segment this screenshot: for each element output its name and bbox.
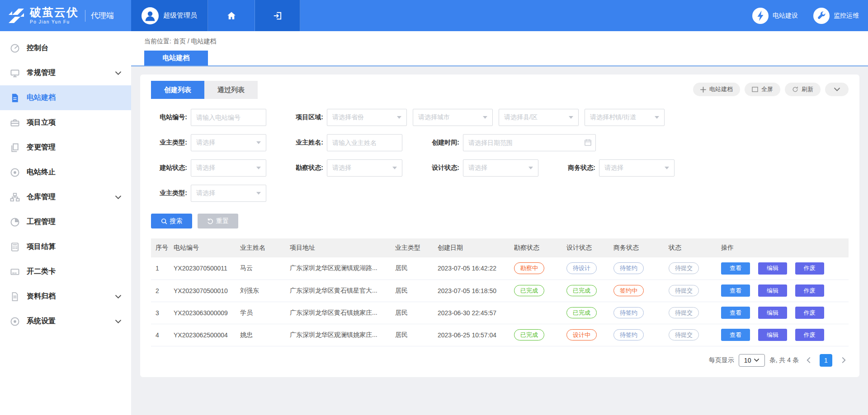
collapse-toolbar-button[interactable]: [825, 83, 849, 96]
business-status-badge: 待签约: [613, 307, 644, 319]
chevron-down-icon: [115, 71, 121, 75]
file-icon: [10, 292, 20, 302]
search-icon: [161, 218, 167, 224]
create-station-button[interactable]: 电站建档: [693, 83, 740, 96]
calculator-icon: [10, 242, 20, 252]
tab-create-list[interactable]: 创建列表: [151, 81, 204, 99]
cell-index: 1: [151, 257, 169, 280]
edit-button[interactable]: 编辑: [758, 307, 787, 319]
module-label: 监控运维: [834, 12, 859, 20]
sidebar-item-project-settlement[interactable]: 项目结算: [0, 234, 131, 259]
void-button[interactable]: 作废: [795, 284, 824, 297]
prev-page-button[interactable]: [803, 354, 813, 367]
build-status-select[interactable]: 请选择: [191, 159, 266, 177]
survey-status-label: 勘察状态:: [287, 164, 323, 172]
page-tab-station-archive[interactable]: 电站建档: [144, 51, 208, 65]
sitemap-icon: [10, 192, 20, 202]
design-status-badge: 已完成: [566, 285, 597, 297]
monitor-icon: [10, 68, 20, 78]
status-badge: 待提交: [669, 285, 699, 297]
module-label: 电站建设: [773, 12, 798, 20]
view-button[interactable]: 查看: [721, 284, 750, 297]
owner-type2-select[interactable]: 请选择: [191, 185, 266, 202]
station-no-input[interactable]: [191, 109, 266, 126]
caret-icon: [256, 167, 261, 169]
view-button[interactable]: 查看: [721, 307, 750, 319]
col-header: 序号: [151, 238, 169, 257]
owner-name-input[interactable]: [327, 134, 402, 151]
fullscreen-button[interactable]: 全屏: [745, 83, 780, 96]
survey-status-select[interactable]: 请选择: [327, 159, 402, 177]
logo-subtitle: Po Jian Yun Fu: [30, 20, 79, 24]
breadcrumb-label: 当前位置:: [144, 37, 171, 45]
table-row: 3 YX2023063000009 学员 广东深圳龙华区黄石镇姚家庄... 居民…: [151, 302, 849, 324]
design-status-select[interactable]: 请选择: [463, 159, 538, 177]
caret-icon: [392, 167, 397, 169]
logo-tag: 代理端: [85, 10, 114, 22]
reset-button[interactable]: 重置: [198, 214, 238, 228]
sidebar-item-console[interactable]: 控制台: [0, 36, 131, 61]
col-header: 创建日期: [433, 238, 509, 257]
view-button[interactable]: 查看: [721, 329, 750, 341]
sidebar-item-project-approval[interactable]: 项目立项: [0, 110, 131, 135]
sidebar-item-label: 电站终止: [27, 168, 56, 177]
business-status-label: 商务状态:: [559, 164, 595, 172]
void-button[interactable]: 作废: [795, 262, 824, 275]
town-select[interactable]: 请选择村镇/街道: [585, 109, 665, 126]
col-header: 操作: [717, 238, 849, 257]
business-status-select[interactable]: 请选择: [599, 159, 675, 177]
per-page-select[interactable]: 10: [739, 354, 765, 367]
module-station-build[interactable]: 电站建设: [752, 8, 798, 24]
owner-type-select[interactable]: 请选择: [191, 134, 266, 151]
home-button[interactable]: [208, 0, 255, 31]
cell-address: 广东深圳龙华区黄石镇星官大...: [285, 280, 391, 302]
cell-address: 广东深圳龙华区观澜镇观湖路...: [285, 257, 391, 280]
edit-button[interactable]: 编辑: [758, 262, 787, 275]
province-select[interactable]: 请选择省份: [327, 109, 407, 126]
chevron-down-icon: [754, 359, 759, 362]
county-select[interactable]: 请选择县/区: [499, 109, 579, 126]
sidebar-item-station-terminate[interactable]: 电站终止: [0, 160, 131, 185]
sidebar-item-label: 仓库管理: [27, 192, 56, 202]
search-button[interactable]: 搜索: [151, 214, 192, 228]
topbar-modules: 电站建设 监控运维: [752, 0, 868, 31]
logo-icon: [6, 6, 26, 26]
build-status-label: 建站状态:: [151, 164, 187, 172]
edit-button[interactable]: 编辑: [758, 329, 787, 341]
col-header: 状态: [664, 238, 717, 257]
edit-button[interactable]: 编辑: [758, 284, 787, 297]
tab-passed-list[interactable]: 通过列表: [204, 81, 258, 99]
module-monitor-ops[interactable]: 监控运维: [813, 8, 859, 24]
next-page-button[interactable]: [839, 354, 849, 367]
sidebar-item-data-archive[interactable]: 资料归档: [0, 284, 131, 309]
sidebar-item-system-settings[interactable]: 系统设置: [0, 309, 131, 334]
page-number[interactable]: 1: [820, 354, 832, 367]
owner-name-label: 业主姓名:: [287, 139, 323, 147]
sidebar-item-engineering-mgmt[interactable]: 工程管理: [0, 210, 131, 234]
sidebar-item-type2-card[interactable]: 开二类卡: [0, 259, 131, 284]
date-range-input[interactable]: [463, 134, 596, 151]
settings-icon: [10, 317, 20, 326]
sidebar: 控制台 常规管理 电站建档 项目立项: [0, 31, 131, 415]
col-header: 勘察状态: [509, 238, 562, 257]
sidebar-item-warehouse-mgmt[interactable]: 仓库管理: [0, 185, 131, 210]
cell-owner-type: 居民: [391, 280, 433, 302]
chevron-down-icon: [115, 196, 121, 199]
refresh-icon: [792, 86, 798, 93]
logout-button[interactable]: [255, 0, 300, 31]
card-toolbar: 电站建档 全屏 刷新: [693, 83, 849, 96]
date-range-picker[interactable]: [463, 134, 596, 151]
view-button[interactable]: 查看: [721, 262, 750, 275]
sidebar-item-station-archive[interactable]: 电站建档: [0, 85, 131, 110]
city-select[interactable]: 请选择城市: [413, 109, 493, 126]
void-button[interactable]: 作废: [795, 329, 824, 341]
station-archive-card: 创建列表 通过列表 电站建档: [140, 75, 859, 377]
sidebar-item-general-mgmt[interactable]: 常规管理: [0, 61, 131, 85]
current-user[interactable]: 超级管理员: [131, 0, 208, 31]
fullscreen-icon: [752, 87, 758, 92]
survey-status-badge: 已完成: [514, 329, 544, 341]
per-page-label: 每页显示: [709, 356, 734, 364]
void-button[interactable]: 作废: [795, 307, 824, 319]
sidebar-item-change-mgmt[interactable]: 变更管理: [0, 135, 131, 160]
refresh-button[interactable]: 刷新: [785, 83, 821, 96]
